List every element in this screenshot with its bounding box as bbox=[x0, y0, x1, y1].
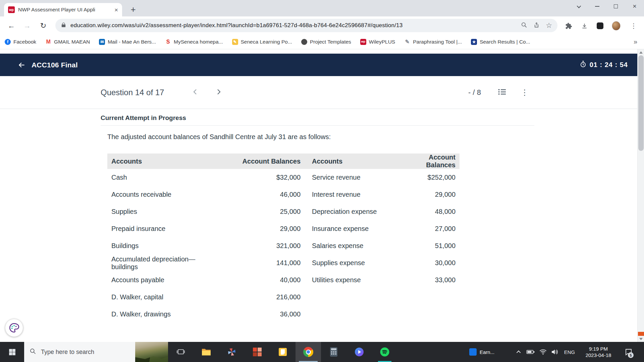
calculator-button[interactable] bbox=[321, 342, 346, 362]
scrollbar-down-arrow[interactable] bbox=[639, 338, 643, 340]
bookmark-favicon-icon: ✉ bbox=[99, 39, 105, 45]
windows-taskbar: Type here to search Earn... bbox=[0, 342, 644, 362]
back-button[interactable]: ← bbox=[6, 21, 16, 31]
table-cell: 216,000 bbox=[221, 289, 305, 306]
table-cell: Buildings bbox=[107, 237, 221, 254]
bookmark-label: Project Templates bbox=[310, 39, 351, 45]
assessment-title: ACC106 Final bbox=[32, 61, 78, 69]
bookmark-item[interactable]: ★ Search Results | Co... bbox=[471, 39, 530, 45]
bookmark-item[interactable]: ✎ Seneca Learning Po... bbox=[232, 39, 292, 45]
extensions-puzzle-icon[interactable] bbox=[564, 21, 573, 30]
page-scrollbar[interactable] bbox=[637, 49, 644, 342]
table-cell: 48,000 bbox=[406, 203, 460, 220]
address-bar[interactable]: education.wiley.com/was/ui/v2/assessment… bbox=[55, 19, 557, 32]
bookmark-label: Seneca Learning Po... bbox=[241, 39, 292, 45]
tray-overflow-chevron-icon[interactable] bbox=[515, 342, 523, 362]
media-player-button[interactable] bbox=[346, 342, 372, 362]
table-cell: Accumulated depreciation—buildings bbox=[107, 254, 221, 272]
question-intro-text: The adjusted account balances of Sandhil… bbox=[107, 133, 331, 141]
language-indicator[interactable]: ENG bbox=[562, 342, 577, 362]
assessment-back-arrow-icon[interactable] bbox=[17, 60, 27, 70]
bookmarks-overflow-chevron[interactable]: » bbox=[634, 38, 637, 46]
bookmark-item[interactable]: Project Templates bbox=[301, 39, 351, 45]
table-header-row: AccountsAccount BalancesAccountsAccount … bbox=[107, 154, 460, 169]
accounts-table: AccountsAccount BalancesAccountsAccount … bbox=[107, 154, 460, 323]
bookmark-item[interactable]: ✎ Paraphrasing Tool |... bbox=[404, 39, 462, 45]
taskbar-search-box[interactable]: Type here to search bbox=[24, 342, 168, 362]
table-cell: 29,000 bbox=[221, 220, 305, 237]
forward-button[interactable]: → bbox=[22, 21, 32, 31]
timer-value: 01 : 24 : 54 bbox=[590, 61, 628, 69]
pinwheel-app-button[interactable] bbox=[219, 342, 245, 362]
bookmark-favicon-icon: ✎ bbox=[232, 39, 238, 45]
table-header-cell: Account Balances bbox=[406, 154, 460, 169]
file-explorer-button[interactable] bbox=[194, 342, 219, 362]
browser-tab[interactable]: wp NWP Assessment Player UI Appli × bbox=[4, 3, 122, 16]
content-divider bbox=[101, 125, 534, 126]
scrollbar-up-arrow[interactable] bbox=[639, 51, 643, 54]
table-cell: Accounts payable bbox=[107, 272, 221, 289]
lock-icon[interactable] bbox=[61, 22, 66, 29]
office-app-button[interactable] bbox=[245, 342, 270, 362]
table-cell: $252,000 bbox=[406, 169, 460, 186]
share-icon[interactable] bbox=[533, 22, 540, 29]
clock[interactable]: 9:19 PM 2023-04-18 bbox=[581, 342, 616, 362]
window-minimize-button[interactable] bbox=[588, 0, 606, 13]
download-icon[interactable] bbox=[580, 21, 589, 30]
scrollbar-thumb[interactable] bbox=[638, 55, 644, 151]
spotify-button[interactable] bbox=[372, 342, 397, 362]
task-view-button[interactable] bbox=[168, 342, 194, 362]
bookmark-item[interactable]: wp WileyPLUS bbox=[360, 39, 395, 45]
accessibility-widget-button[interactable] bbox=[5, 319, 23, 337]
previous-question-chevron-icon[interactable] bbox=[191, 88, 199, 97]
window-maximize-button[interactable] bbox=[606, 0, 625, 13]
bookmark-star-icon[interactable]: ☆ bbox=[546, 21, 552, 29]
table-cell: 46,000 bbox=[221, 186, 305, 203]
profile-avatar[interactable] bbox=[612, 21, 621, 30]
table-row: D. Walker, drawings36,000 bbox=[107, 306, 460, 323]
bookmark-item[interactable]: f Facebook bbox=[5, 39, 36, 45]
reload-button[interactable]: ↻ bbox=[38, 21, 48, 31]
bookmark-item[interactable]: S MySeneca homepa... bbox=[165, 39, 223, 45]
bookmark-label: MySeneca homepa... bbox=[174, 39, 223, 45]
search-highlight-image[interactable] bbox=[135, 342, 168, 362]
question-counter: Question 14 of 17 bbox=[101, 88, 164, 97]
network-icon[interactable] bbox=[538, 342, 548, 362]
battery-icon[interactable] bbox=[525, 342, 536, 362]
bookmark-item[interactable]: ✉ Mail - Mae An Bers... bbox=[99, 39, 156, 45]
table-row: Accounts receivable46,000Interest revenu… bbox=[107, 186, 460, 203]
bookmark-label: Paraphrasing Tool |... bbox=[413, 39, 462, 45]
tab-close-icon[interactable]: × bbox=[114, 7, 118, 13]
table-cell: 51,000 bbox=[406, 237, 460, 254]
table-cell bbox=[305, 306, 406, 323]
side-panel-icon[interactable] bbox=[596, 21, 604, 30]
window-close-button[interactable]: ✕ bbox=[625, 0, 644, 13]
bookmark-label: Search Results | Co... bbox=[480, 39, 530, 45]
bookmark-item[interactable]: M GMAIL MAEAN bbox=[45, 39, 90, 45]
start-button[interactable] bbox=[0, 342, 24, 362]
action-center-button[interactable]: 5 bbox=[621, 342, 636, 362]
pinwheel-app-icon bbox=[227, 347, 236, 357]
notes-app-button[interactable] bbox=[270, 342, 296, 362]
browser-menu-kebab-icon[interactable]: ⋮ bbox=[629, 21, 638, 30]
table-cell: D. Walker, capital bbox=[107, 289, 221, 306]
question-menu-kebab-icon[interactable]: ⋮ bbox=[521, 88, 529, 97]
calculator-icon bbox=[329, 347, 338, 357]
table-cell: Interest revenue bbox=[305, 186, 406, 203]
question-list-icon[interactable] bbox=[498, 88, 506, 97]
table-cell: 29,000 bbox=[406, 186, 460, 203]
new-tab-button[interactable]: + bbox=[128, 4, 138, 14]
chrome-taskbar-button[interactable] bbox=[296, 342, 321, 362]
next-question-chevron-icon[interactable] bbox=[215, 88, 223, 97]
media-player-icon bbox=[354, 347, 364, 357]
window-controls: ✕ bbox=[569, 0, 644, 13]
tray-app-button[interactable]: Earn... bbox=[469, 342, 494, 362]
table-row: Accumulated depreciation—buildings141,00… bbox=[107, 254, 460, 272]
tray-app-label: Earn... bbox=[480, 349, 494, 355]
table-cell bbox=[406, 289, 460, 306]
bookmark-favicon-icon: wp bbox=[360, 39, 366, 45]
tab-search-chevron-icon[interactable] bbox=[569, 0, 588, 13]
table-header-cell: Accounts bbox=[305, 154, 406, 169]
volume-icon[interactable] bbox=[549, 342, 560, 362]
zoom-icon[interactable] bbox=[521, 22, 527, 29]
